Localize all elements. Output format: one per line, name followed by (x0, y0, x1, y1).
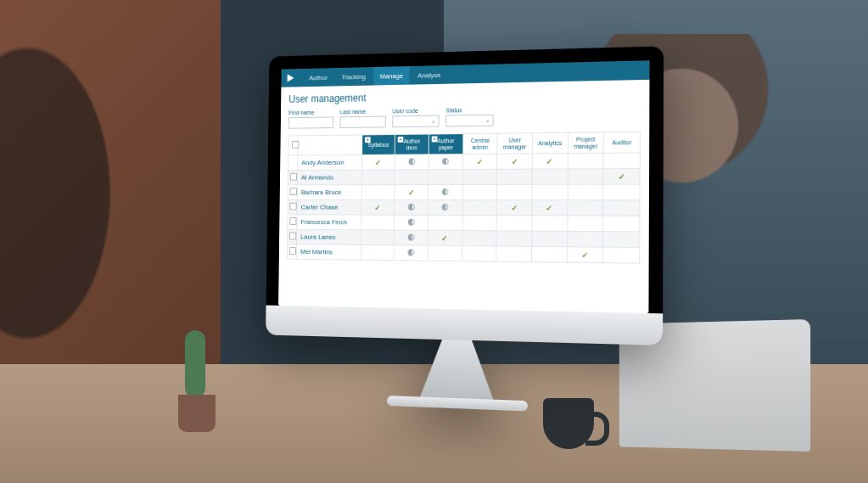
role-cell[interactable] (428, 154, 462, 170)
role-cell[interactable]: ✓ (462, 154, 497, 169)
role-cell[interactable] (496, 231, 531, 247)
user-name-cell[interactable]: Mel Martins (297, 244, 361, 260)
user-name-cell[interactable]: Andy Anderson (298, 154, 361, 170)
role-cell[interactable]: ✓ (532, 200, 568, 216)
check-icon: ✓ (546, 157, 553, 166)
role-cell[interactable] (395, 215, 428, 230)
user-name-cell[interactable]: Laura Lanes (297, 229, 361, 244)
row-select-cell[interactable] (288, 155, 299, 170)
expand-icon[interactable]: + (432, 136, 438, 142)
row-checkbox[interactable] (290, 188, 297, 195)
role-cell[interactable] (395, 199, 428, 215)
role-cell[interactable] (532, 216, 568, 232)
role-cell[interactable] (394, 245, 428, 261)
row-select-cell[interactable] (288, 170, 298, 184)
role-cell[interactable] (567, 231, 602, 247)
role-cell[interactable] (568, 153, 603, 169)
col-central-admin[interactable]: Centraladmin (462, 133, 497, 154)
role-cell[interactable] (568, 200, 603, 216)
role-cell[interactable] (568, 169, 603, 185)
nav-analyse[interactable]: Analyse (411, 65, 447, 85)
row-select-cell[interactable] (288, 229, 298, 244)
row-select-cell[interactable] (287, 244, 297, 260)
row-select-cell[interactable] (288, 199, 298, 214)
role-cell[interactable] (361, 215, 394, 230)
role-cell[interactable] (394, 230, 428, 245)
role-cell[interactable] (462, 246, 496, 262)
select-all-header[interactable] (288, 136, 299, 155)
role-cell[interactable] (361, 230, 394, 245)
col-syllabus[interactable]: + Syllabus (361, 134, 395, 154)
role-cell[interactable] (428, 185, 462, 200)
role-cell[interactable] (361, 244, 394, 260)
role-cell[interactable] (603, 232, 640, 248)
role-cell[interactable]: ✓ (532, 154, 568, 170)
half-circle-icon (408, 203, 415, 210)
nav-author[interactable]: Author (303, 68, 334, 87)
user-name-cell[interactable]: Al Armando (298, 170, 361, 185)
photo-plant (170, 313, 221, 432)
role-cell[interactable] (462, 231, 497, 246)
role-cell[interactable]: ✓ (361, 199, 395, 215)
role-cell[interactable]: ✓ (603, 169, 640, 185)
role-cell[interactable] (603, 247, 640, 263)
first-name-input[interactable] (288, 116, 333, 128)
role-cell[interactable] (532, 169, 568, 184)
role-cell[interactable] (603, 200, 640, 216)
role-cell[interactable] (532, 184, 568, 199)
role-cell[interactable] (462, 216, 497, 231)
role-cell[interactable] (568, 216, 603, 232)
role-cell[interactable] (496, 246, 531, 262)
role-cell[interactable] (603, 153, 640, 169)
row-checkbox[interactable] (289, 203, 296, 211)
expand-icon[interactable]: + (398, 137, 404, 143)
role-cell[interactable] (395, 170, 428, 185)
last-name-input[interactable] (339, 116, 385, 128)
role-cell[interactable] (497, 184, 532, 199)
expand-icon[interactable]: + (365, 137, 371, 143)
role-cell[interactable] (428, 215, 462, 230)
row-checkbox[interactable] (289, 233, 296, 240)
role-cell[interactable] (603, 216, 640, 232)
nav-manage[interactable]: Manage (373, 66, 410, 86)
role-cell[interactable] (497, 169, 532, 184)
role-cell[interactable]: ✓ (395, 185, 428, 200)
row-checkbox[interactable] (289, 217, 296, 225)
col-user-manager[interactable]: Usermanager (497, 133, 532, 154)
role-cell[interactable]: ✓ (361, 154, 395, 170)
col-author-paper[interactable]: + Authorpaper (428, 134, 462, 154)
role-cell[interactable] (603, 184, 640, 200)
user-name-cell[interactable]: Francesca Finch (297, 215, 361, 230)
role-cell[interactable] (361, 185, 395, 200)
role-cell[interactable] (428, 245, 462, 261)
role-cell[interactable] (428, 170, 462, 185)
role-cell[interactable] (462, 169, 497, 184)
role-cell[interactable]: ✓ (497, 200, 532, 216)
role-cell[interactable]: ✓ (428, 230, 462, 245)
status-select[interactable]: ⌄ (445, 115, 494, 127)
user-code-select[interactable]: ⌄ (392, 115, 439, 128)
col-analytics[interactable]: Analytics (532, 132, 568, 154)
row-select-cell[interactable] (288, 185, 298, 199)
role-cell[interactable]: ✓ (567, 247, 602, 263)
role-cell[interactable] (361, 170, 395, 185)
half-circle-icon (408, 233, 415, 240)
role-cell[interactable]: ✓ (497, 154, 532, 169)
nav-tracking[interactable]: Tracking (335, 67, 372, 86)
row-checkbox[interactable] (290, 173, 297, 181)
role-cell[interactable] (532, 231, 568, 247)
col-author-item[interactable]: + Authoritem (395, 134, 429, 154)
row-checkbox[interactable] (289, 247, 296, 255)
row-select-cell[interactable] (288, 215, 298, 230)
role-cell[interactable] (462, 200, 497, 216)
role-cell[interactable] (496, 216, 531, 231)
role-cell[interactable] (395, 154, 428, 170)
role-cell[interactable] (462, 184, 497, 199)
role-cell[interactable] (532, 246, 568, 262)
role-cell[interactable] (568, 184, 603, 199)
col-auditor[interactable]: Auditor (603, 132, 640, 153)
user-name-cell[interactable]: Barbara Bruce (298, 185, 361, 200)
user-name-cell[interactable]: Carter Chase (297, 199, 361, 215)
role-cell[interactable] (428, 199, 462, 215)
col-project-manager[interactable]: Projectmanager (568, 132, 603, 154)
